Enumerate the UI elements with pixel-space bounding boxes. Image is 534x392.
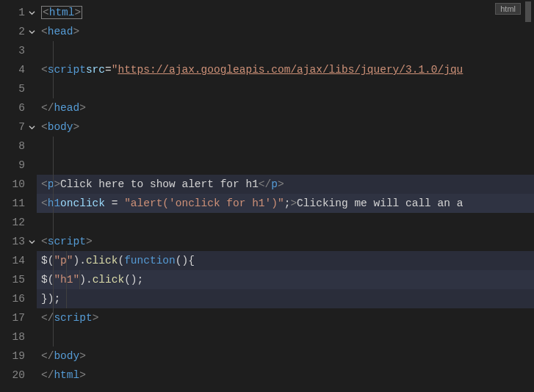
code-line[interactable]: $("p").click(function(){ xyxy=(37,251,534,270)
fold-icon[interactable] xyxy=(26,239,37,245)
code-line[interactable]: </head> xyxy=(37,98,534,117)
cursor-selection: <html> xyxy=(41,6,82,19)
code-line[interactable]: <script> xyxy=(37,232,534,251)
scrollbar-thumb[interactable] xyxy=(525,1,531,22)
line-number: 8 xyxy=(7,140,26,152)
line-number: 3 xyxy=(7,45,26,57)
code-line[interactable]: <h1 onclick = "alert('onclick for h1')";… xyxy=(37,194,534,213)
code-line[interactable]: <html> xyxy=(37,3,534,22)
line-number: 4 xyxy=(7,64,26,76)
code-line[interactable]: <head> xyxy=(37,22,534,41)
gutter: 1 2 3 4 5 6 7 8 9 10 11 12 13 14 15 16 1… xyxy=(0,0,37,392)
code-line[interactable] xyxy=(37,137,534,156)
line-number: 16 xyxy=(7,293,26,305)
line-number: 14 xyxy=(7,255,26,266)
code-line[interactable]: <p>Click here to show alert for h1</p> xyxy=(37,175,534,194)
code-line[interactable]: <body> xyxy=(37,117,534,137)
code-line[interactable] xyxy=(37,79,534,98)
line-number: 6 xyxy=(7,102,26,114)
code-line[interactable] xyxy=(37,327,534,346)
fold-icon[interactable] xyxy=(26,124,37,131)
code-line[interactable]: <script src="https://ajax.googleapis.com… xyxy=(37,60,534,79)
line-number: 2 xyxy=(7,26,26,37)
line-number: 13 xyxy=(7,236,26,247)
language-badge: html xyxy=(495,3,521,15)
code-line[interactable] xyxy=(37,213,534,232)
code-line[interactable] xyxy=(37,41,534,60)
line-number: 1 xyxy=(7,7,26,18)
code-line[interactable]: </body> xyxy=(37,346,534,366)
line-number: 17 xyxy=(7,312,26,324)
line-number: 10 xyxy=(7,178,26,190)
code-line[interactable]: </html> xyxy=(37,366,534,385)
line-number: 19 xyxy=(7,350,26,362)
code-line[interactable] xyxy=(37,156,534,175)
line-number: 9 xyxy=(7,159,26,171)
line-number: 15 xyxy=(7,274,26,286)
line-number: 5 xyxy=(7,83,26,95)
line-number: 11 xyxy=(7,197,26,209)
code-line[interactable]: $("h1").click(); xyxy=(37,270,534,289)
code-line[interactable]: }); xyxy=(37,289,534,308)
line-number: 12 xyxy=(7,217,26,228)
fold-icon[interactable] xyxy=(26,29,37,35)
code-editor: 1 2 3 4 5 6 7 8 9 10 11 12 13 14 15 16 1… xyxy=(0,0,534,392)
code-line[interactable]: </script> xyxy=(37,308,534,327)
line-number: 7 xyxy=(7,121,26,133)
line-number: 20 xyxy=(7,369,26,381)
line-number: 18 xyxy=(7,331,26,343)
fold-icon[interactable] xyxy=(26,10,37,16)
code-area[interactable]: <html> <head> <script src="https://ajax.… xyxy=(37,0,534,392)
